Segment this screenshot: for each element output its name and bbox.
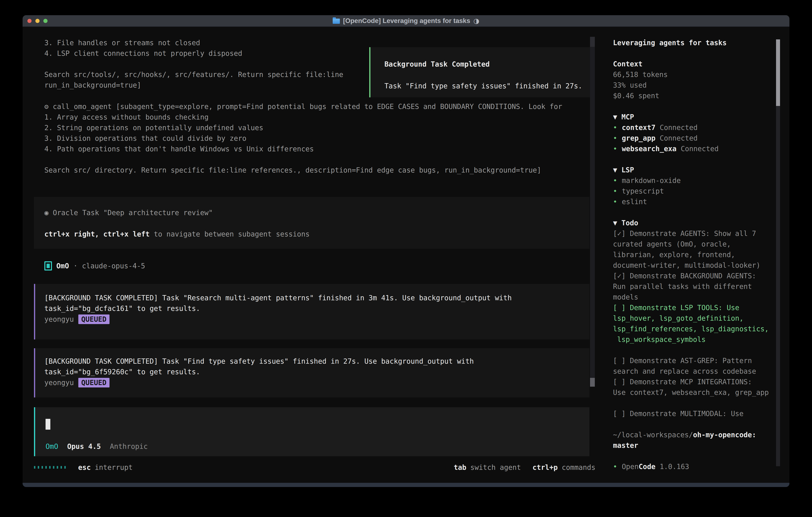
screen: [OpenCode] Leveraging agents for tasks ◑… — [0, 0, 812, 517]
activity-spinner-icon — [34, 466, 66, 469]
scrollback-line: 4. LSP client connections not properly d… — [45, 48, 343, 59]
status-dot-icon: • — [613, 123, 622, 133]
todo-line: lsp_find_references, lsp_diagnostics, — [613, 324, 773, 334]
keybind-description: to navigate between subagent sessions — [150, 230, 310, 238]
mcp-item: •context7 Connected — [613, 123, 773, 133]
agent-name: OmO — [56, 262, 69, 270]
todo-line: [ ] Demonstrate LSP TOOLS: Use — [613, 302, 773, 313]
lsp-section-header[interactable]: ▼ LSP — [613, 165, 773, 175]
mcp-item: •grep_app Connected — [613, 133, 773, 143]
esc-label: interrupt — [95, 463, 133, 471]
todo-header-label: Todo — [621, 219, 638, 227]
status-dot-icon: • — [613, 133, 622, 143]
status-dot-icon: • — [613, 175, 622, 186]
terminal-content: 3. File handles or streams not closed 4.… — [23, 27, 789, 483]
todo-item-pending: [ ] Demonstrate AST-GREP: Pattern search… — [613, 355, 773, 377]
commands-label: commands — [562, 463, 596, 471]
status-dot-icon: • — [613, 143, 622, 154]
lsp-item: •markdown-oxide — [613, 175, 773, 186]
todo-item-done: [✓] Demonstrate AGENTS: Show all 7 curat… — [613, 228, 773, 271]
titlebar: [OpenCode] Leveraging agents for tasks ◑ — [23, 15, 789, 27]
sidebar-scrollbar-thumb[interactable] — [776, 39, 780, 106]
tool-call-line: 2. String operations on potentially unde… — [45, 123, 562, 133]
scrollback-line: run_in_background=true] — [45, 80, 343, 90]
todo-line: librarian, explore, frontend, — [613, 249, 773, 260]
chevron-down-icon: ▼ — [613, 219, 617, 227]
mcp-item-name: context7 — [622, 124, 656, 132]
footer-model-name: Opus 4.5 — [67, 442, 101, 451]
notification-body: Task "Find type safety issues" finished … — [384, 81, 592, 91]
todo-item-pending: [ ] Demonstrate MCP INTEGRATIONS: Use co… — [613, 377, 773, 398]
agent-icon — [45, 261, 52, 271]
status-badge: QUEUED — [78, 378, 110, 387]
todo-line: [ ] Demonstrate MCP INTEGRATIONS: — [613, 377, 773, 387]
tool-call-line: ⚙ call_omo_agent [subagent_type=explore,… — [45, 101, 562, 112]
todo-item-done: [✓] Demonstrate BACKGROUND AGENTS: Run p… — [613, 271, 773, 302]
prompt-input[interactable]: OmO Opus 4.5 Anthropic — [34, 407, 589, 456]
separator-dot: · — [73, 262, 78, 270]
workspace-repo: oh-my-opencode: — [693, 431, 756, 439]
lsp-item-name: typescript — [622, 187, 664, 195]
todo-line: [ ] Demonstrate AST-GREP: Pattern — [613, 355, 773, 366]
status-dot-icon: • — [613, 196, 622, 207]
agent-model: claude-opus-4-5 — [82, 262, 145, 270]
lsp-header-label: LSP — [621, 166, 634, 174]
status-badge: QUEUED — [78, 315, 110, 324]
notification-title: Background Task Completed — [384, 59, 592, 70]
agent-header: OmO · claude-opus-4-5 — [45, 261, 145, 271]
app-name-regular: Open — [622, 463, 639, 471]
status-right: tab switch agent ctrl+p commands — [454, 463, 596, 471]
status-bar: esc interrupt tab switch agent ctrl+p co… — [34, 462, 596, 472]
keybind-text: ctrl+x right, ctrl+x left — [45, 230, 150, 238]
mcp-header-label: MCP — [621, 113, 634, 121]
todo-line: document-writer, multimodal-looker) — [613, 260, 773, 271]
scrollback-line — [45, 59, 343, 70]
mcp-item: •websearch_exa Connected — [613, 143, 773, 154]
scrollback-text: 3. File handles or streams not closed 4.… — [45, 37, 343, 90]
scrollback-line: 3. File handles or streams not closed — [45, 37, 343, 48]
status-dot-icon: • — [613, 186, 622, 196]
tab-key: tab — [454, 463, 466, 471]
todo-item-pending: [ ] Demonstrate MULTIMODAL: Use — [613, 408, 773, 419]
status-left: esc interrupt — [34, 463, 133, 471]
mcp-item-status: Connected — [681, 145, 719, 153]
lsp-item-name: markdown-oxide — [622, 176, 681, 185]
task-card-line: task_id="bg_dcfac161" to get results. — [45, 303, 589, 314]
minimize-button[interactable] — [35, 19, 39, 23]
maximize-button[interactable] — [44, 19, 48, 23]
window-bottom-strip — [23, 483, 789, 487]
todo-section-header[interactable]: ▼ Todo — [613, 218, 773, 228]
tool-call-line: 4. Path operations that don't handle Win… — [45, 144, 562, 154]
todo-line: [ ] Demonstrate MULTIMODAL: Use — [613, 408, 773, 419]
footer-agent-name: OmO — [46, 442, 58, 451]
task-card-meta: yeongyu QUEUED — [45, 314, 589, 324]
todo-line: curated agents (OmO, oracle, — [613, 239, 773, 249]
folder-icon — [333, 19, 340, 24]
close-button[interactable] — [27, 19, 32, 23]
todo-line: models — [613, 292, 773, 302]
main-scrollbar-thumb[interactable] — [590, 378, 595, 387]
tool-call-block: ⚙ call_omo_agent [subagent_type=explore,… — [45, 101, 562, 175]
chevron-down-icon: ▼ — [613, 113, 617, 121]
sidebar-scrollbar[interactable] — [776, 39, 780, 466]
task-card-user: yeongyu — [45, 379, 74, 387]
lsp-item-name: eslint — [622, 198, 647, 206]
lsp-item: •typescript — [613, 186, 773, 196]
oracle-task-title: ◉ Oracle Task "Deep architecture review" — [45, 208, 589, 218]
oracle-task-hint: ctrl+x right, ctrl+x left to navigate be… — [45, 229, 589, 240]
tool-call-line: 1. Array access without bounds checking — [45, 112, 562, 123]
loading-indicator-icon: ◑ — [473, 17, 479, 25]
chevron-down-icon: ▼ — [613, 166, 617, 174]
workspace-path-prefix: ~/local-workspaces/ — [613, 431, 693, 439]
commands-key: ctrl+p — [532, 463, 558, 471]
mcp-section-header[interactable]: ▼ MCP — [613, 112, 773, 123]
main-scrollbar[interactable] — [590, 37, 595, 387]
app-name-bold: Code — [639, 463, 655, 471]
tool-call-line: 3. Division operations that could divide… — [45, 133, 562, 144]
window-title-group: [OpenCode] Leveraging agents for tasks ◑ — [333, 17, 479, 25]
background-task-notification: Background Task Completed Task "Find typ… — [369, 47, 593, 98]
task-card-line: [BACKGROUND TASK COMPLETED] Task "Find t… — [45, 356, 589, 366]
context-spent: $0.46 spent — [613, 90, 773, 101]
mcp-item-name: grep_app — [622, 134, 656, 142]
todo-line: [✓] Demonstrate BACKGROUND AGENTS: — [613, 271, 773, 281]
